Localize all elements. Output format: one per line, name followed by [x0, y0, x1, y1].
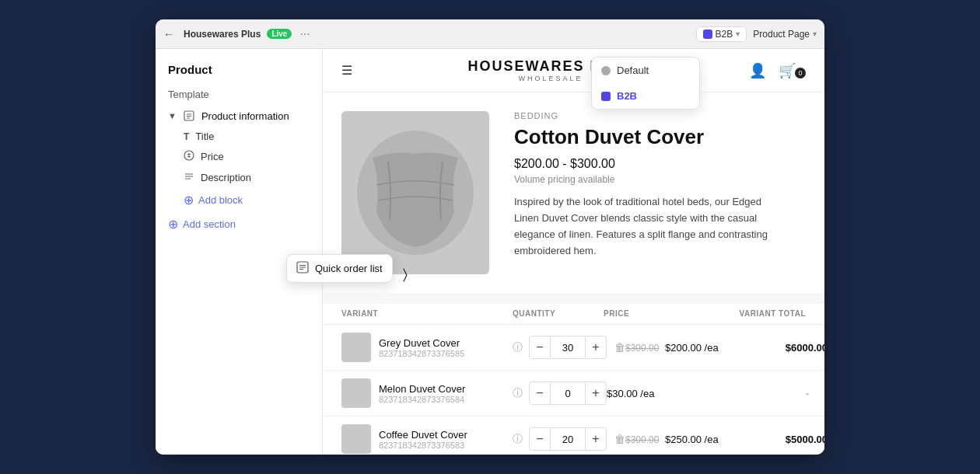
- delete-row-button[interactable]: 🗑: [614, 341, 625, 354]
- default-theme-icon: [601, 66, 611, 75]
- delete-row-button[interactable]: 🗑: [614, 433, 625, 445]
- price-icon: [184, 150, 194, 163]
- product-category: BEDDING: [514, 111, 806, 120]
- add-section-button[interactable]: ⊕ Add section: [156, 212, 322, 236]
- sidebar-template-label: Template: [156, 84, 322, 105]
- page-selector[interactable]: Product Page ▾: [753, 29, 817, 40]
- sidebar-product-title: Product: [156, 58, 322, 84]
- cart-icon-wrapper[interactable]: 🛒 0: [779, 62, 806, 79]
- add-block-button[interactable]: ⊕ Add block: [156, 188, 322, 212]
- sidebar-sub-price[interactable]: Price: [156, 146, 322, 167]
- header-icons: 👤 🛒 0: [749, 62, 806, 79]
- qty-input[interactable]: [551, 336, 585, 359]
- price-label: Price: [201, 151, 224, 162]
- variant-sku: 823718342873376585: [379, 349, 464, 358]
- product-title: Cotton Duvet Cover: [514, 125, 806, 149]
- main-content: ☰ HOUSEWARES PLUS WHOLESALE 👤 🛒 0: [323, 49, 824, 455]
- user-icon[interactable]: 👤: [749, 62, 766, 79]
- discounted-price: $250.00 /ea: [665, 434, 719, 445]
- product-info-label: Product information: [201, 110, 289, 122]
- variant-sku: 823718342873376583: [379, 441, 467, 450]
- store-header: ☰ HOUSEWARES PLUS WHOLESALE 👤 🛒 0: [323, 49, 824, 92]
- product-description: Inspired by the look of traditional hote…: [514, 194, 779, 259]
- add-block-label: Add block: [198, 194, 243, 206]
- theme-option-default[interactable]: Default: [592, 58, 699, 83]
- b2b-theme-label: B2B: [617, 90, 637, 102]
- variant-thumb: [341, 424, 371, 454]
- browser-body: Product Template ▼ Product information T: [156, 49, 824, 455]
- sidebar: Product Template ▼ Product information T: [156, 49, 323, 455]
- price-cell: $300.00 $200.00 /ea: [625, 342, 719, 354]
- hamburger-icon[interactable]: ☰: [341, 63, 352, 78]
- page-chevron-icon: ▾: [813, 30, 817, 38]
- variant-text: Coffee Duvet Cover 823718342873376583: [379, 429, 467, 450]
- qty-increase-button[interactable]: +: [585, 336, 607, 359]
- theme-selector[interactable]: B2B ▾: [696, 26, 747, 42]
- qty-increase-button[interactable]: +: [585, 382, 607, 405]
- theme-label: B2B: [716, 29, 733, 40]
- theme-dropdown: Default B2B: [591, 57, 700, 110]
- quantity-control: ⓘ − + 🗑: [513, 427, 625, 451]
- qty-decrease-button[interactable]: −: [529, 427, 551, 451]
- qty-info-icon[interactable]: ⓘ: [513, 386, 523, 400]
- sidebar-sub-title[interactable]: T Title: [156, 127, 322, 146]
- store-name-label: Housewares Plus: [184, 29, 261, 40]
- add-section-icon: ⊕: [168, 217, 178, 232]
- qty-input[interactable]: [551, 427, 585, 451]
- default-theme-label: Default: [617, 64, 649, 76]
- table-row: Coffee Duvet Cover 823718342873376583 ⓘ …: [323, 416, 824, 455]
- more-options-icon[interactable]: ···: [299, 27, 310, 41]
- quantity-control: ⓘ − +: [513, 382, 607, 405]
- title-icon: T: [184, 131, 189, 142]
- browser-window: ← Housewares Plus Live ··· B2B ▾ Default…: [156, 19, 824, 455]
- back-icon[interactable]: ←: [163, 28, 174, 40]
- col-price-header: PRICE: [604, 309, 697, 318]
- volume-pricing-note: Volume pricing available: [514, 174, 806, 185]
- product-area: BEDDING Cotton Duvet Cover $200.00 - $30…: [323, 92, 824, 293]
- cart-icon: 🛒: [779, 63, 796, 78]
- sidebar-item-product-info[interactable]: ▼ Product information: [156, 105, 322, 127]
- product-info-icon: [183, 110, 195, 122]
- live-badge: Live: [267, 29, 292, 39]
- qty-info-icon[interactable]: ⓘ: [513, 432, 523, 446]
- variant-name: Grey Duvet Cover: [379, 337, 464, 349]
- product-image: [341, 111, 489, 274]
- price-cell: $30.00 /ea: [607, 388, 700, 399]
- description-icon: [184, 171, 194, 184]
- col-quantity-header: QUANTITY: [513, 309, 604, 318]
- total-cell: $5000.00: [719, 434, 824, 445]
- product-price: $200.00 - $300.00: [514, 157, 806, 171]
- variant-name: Coffee Duvet Cover: [379, 429, 467, 441]
- variant-info: Melon Duvet Cover 823718342873376584: [341, 378, 513, 408]
- qty-increase-button[interactable]: +: [585, 427, 607, 451]
- title-label: Title: [195, 131, 214, 142]
- total-cell: $6000.00: [719, 342, 824, 354]
- qty-input[interactable]: [551, 382, 585, 405]
- discounted-price: $200.00 /ea: [665, 342, 719, 354]
- collapse-icon: ▼: [168, 111, 177, 120]
- add-section-label: Add section: [183, 218, 236, 230]
- sidebar-sub-description[interactable]: Description: [156, 167, 322, 188]
- b2b-theme-icon: [601, 92, 611, 101]
- table-row: Grey Duvet Cover 823718342873376585 ⓘ − …: [323, 325, 824, 371]
- description-label: Description: [201, 172, 251, 183]
- variant-name: Melon Duvet Cover: [379, 383, 465, 395]
- quick-order-popup[interactable]: Quick order list: [286, 254, 393, 283]
- theme-option-b2b[interactable]: B2B: [592, 83, 699, 109]
- variant-info: Grey Duvet Cover 823718342873376585: [341, 333, 513, 362]
- qty-decrease-button[interactable]: −: [529, 336, 551, 359]
- quick-order-label: Quick order list: [315, 263, 383, 274]
- add-block-icon: ⊕: [184, 193, 194, 207]
- original-price: $300.00: [625, 434, 659, 445]
- total-cell: -: [700, 388, 809, 399]
- price-cell: $300.00 $250.00 /ea: [625, 434, 719, 445]
- variant-thumb: [341, 378, 371, 408]
- qty-info-icon[interactable]: ⓘ: [513, 340, 523, 354]
- product-image-area: [341, 111, 489, 274]
- quantity-control: ⓘ − + 🗑: [513, 336, 625, 359]
- product-details: BEDDING Cotton Duvet Cover $200.00 - $30…: [514, 111, 806, 274]
- theme-chevron-icon: ▾: [736, 30, 740, 38]
- qty-decrease-button[interactable]: −: [529, 382, 551, 405]
- order-table: VARIANT QUANTITY PRICE VARIANT TOTAL Gre…: [323, 302, 824, 455]
- variant-text: Grey Duvet Cover 823718342873376585: [379, 337, 464, 358]
